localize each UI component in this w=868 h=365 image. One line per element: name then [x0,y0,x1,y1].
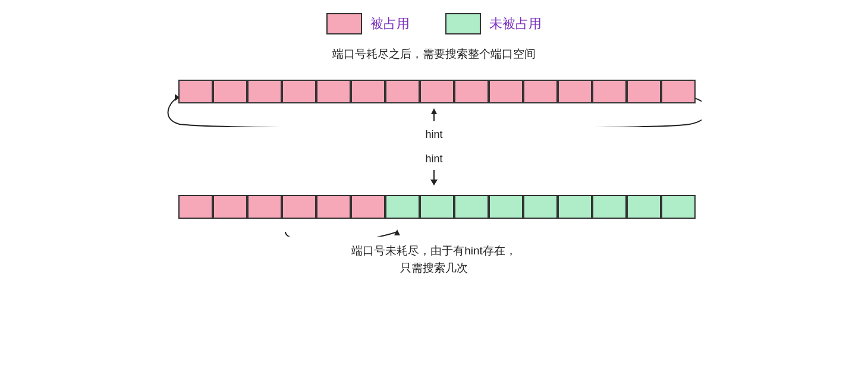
top-hint-label: hint [425,128,442,141]
top-port-cell-12 [592,80,627,103]
bottom-port-cell-14 [661,195,696,219]
top-port-row [178,80,696,103]
bottom-port-cell-11 [558,195,592,219]
hint-down-arrow-svg [425,169,443,187]
bottom-port-cell-8 [454,195,489,219]
bottom-port-cell-6 [385,195,420,219]
bottom-caption: 端口号未耗尽，由于有hint存在， 只需搜索几次 [351,243,517,276]
bottom-port-cell-7 [420,195,454,219]
top-port-cell-8 [454,80,489,103]
svg-marker-2 [431,108,437,114]
bottom-port-cell-2 [247,195,282,219]
bottom-caption-line2: 只需搜索几次 [400,262,468,274]
diagram-bottom: hint [166,153,702,276]
top-port-cell-13 [627,80,661,103]
top-port-cell-9 [489,80,523,103]
top-port-cell-1 [213,80,247,103]
diagram-top: 端口号耗尽之后，需要搜索整个端口空间 [166,46,702,141]
bottom-diagram-container [166,189,702,237]
bottom-port-cell-0 [178,195,213,219]
legend-box-occupied [326,13,362,34]
legend-box-free [445,13,481,34]
bottom-port-cell-3 [282,195,316,219]
svg-marker-5 [394,229,400,235]
top-port-cell-4 [316,80,351,103]
bottom-port-row [178,195,696,219]
bottom-port-cell-13 [627,195,661,219]
bottom-hint-label-top: hint [425,153,442,165]
bottom-port-cell-5 [351,195,385,219]
top-port-cell-14 [661,80,696,103]
legend-item-free: 未被占用 [445,13,542,34]
top-port-cell-0 [178,80,213,103]
diagrams: 端口号耗尽之后，需要搜索整个端口空间 [0,46,868,276]
bottom-port-cell-10 [523,195,558,219]
bottom-port-cell-12 [592,195,627,219]
top-diagram-container [166,68,702,127]
legend-item-occupied: 被占用 [326,13,410,34]
bottom-port-cell-9 [489,195,523,219]
legend: 被占用 未被占用 [326,13,542,34]
top-port-cell-5 [351,80,385,103]
top-port-cell-10 [523,80,558,103]
top-port-cell-6 [385,80,420,103]
top-port-cell-7 [420,80,454,103]
top-port-cell-11 [558,80,592,103]
page-container: 被占用 未被占用 端口号耗尽之后，需要搜索整个端口空间 [0,0,868,365]
legend-label-free: 未被占用 [489,15,542,33]
hint-arrow-down-container: hint [425,153,443,187]
top-port-cell-3 [282,80,316,103]
top-caption: 端口号耗尽之后，需要搜索整个端口空间 [332,46,536,62]
svg-marker-4 [430,180,438,185]
bottom-caption-line1: 端口号未耗尽，由于有hint存在， [351,244,517,257]
bottom-port-cell-4 [316,195,351,219]
legend-label-occupied: 被占用 [370,15,410,33]
top-port-cell-2 [247,80,282,103]
bottom-port-cell-1 [213,195,247,219]
